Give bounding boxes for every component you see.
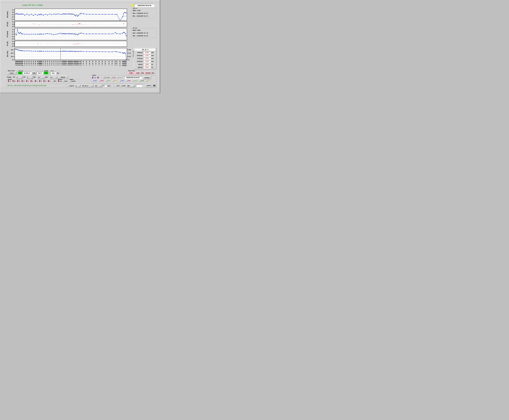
dx-orbit-chart[interactable]: 420-2-4DX [mm] — [6, 9, 134, 21]
checkbox-bt[interactable]: BT — [52, 80, 56, 82]
sx-steering-chart[interactable]: 50-5SX [A] — [6, 21, 134, 27]
svg-text:0.2: 0.2 — [129, 56, 131, 57]
svg-text:2: 2 — [12, 31, 13, 33]
checkbox-gold[interactable]: Gold — [111, 77, 116, 79]
checkbox-visible[interactable]: visible — [69, 80, 76, 82]
checkbox-a[interactable]: A — [8, 80, 11, 82]
range-dy-dropdown[interactable]: 5 — [26, 76, 33, 79]
checkbox-5[interactable]: 5 — [44, 80, 46, 82]
checkbox-p-h[interactable]: P.H — [115, 85, 119, 87]
bottom-status-strip — [1, 88, 159, 92]
threshold-input[interactable] — [103, 85, 107, 87]
ee-ratio-group: e-:e- 105.2 [%] — [50, 71, 60, 75]
svg-text:0.4: 0.4 — [129, 52, 131, 54]
checkbox-label: chg th — [70, 85, 74, 87]
checkbox-label: 4 — [41, 80, 42, 82]
checkbox-label: ARE — [114, 80, 117, 82]
checkbox-indicator — [121, 85, 122, 87]
checkbox-label: 1 — [28, 80, 29, 82]
chg-th-value: A — [76, 85, 76, 87]
dy-orbit-chart[interactable]: 420-2-4DY [mm] — [6, 28, 134, 40]
svg-text:-4: -4 — [12, 18, 13, 20]
checkbox-cur-ref[interactable]: Cur-Ref — [103, 77, 110, 79]
bunch-select-dropdown[interactable]: 1st — [94, 84, 102, 87]
x-axis-label: SP_B5_4 — [33, 61, 34, 66]
svg-text:0.6: 0.6 — [11, 49, 13, 51]
dy-svg: 420-2-4DY [mm] — [6, 28, 134, 40]
main-window: Linac PF-A1 e- Orbit 2025/10/03 09:04:38… — [0, 0, 160, 93]
dy-stats-title: DY 1st — [132, 27, 137, 29]
checkbox-cur[interactable]: Cur — [92, 77, 96, 79]
fc15-stb-button[interactable]: STB — [31, 72, 36, 75]
ref-timestamp: 2025/10/03 05:34:02 — [124, 76, 142, 79]
dx-svg: 420-2-4DX [mm] — [6, 9, 134, 21]
checkbox-ref[interactable]: Ref — [98, 77, 102, 79]
charge-chart[interactable]: 0.60.60.40.40.20.200Qe- [nC]Qe+ [nC] — [6, 48, 134, 61]
points-dropdown[interactable]: 300 — [127, 84, 135, 87]
checkbox-zre[interactable]: ZRE — [146, 80, 151, 82]
range-dx-dropdown[interactable]: 5 — [16, 76, 23, 79]
ee-ratio-title: e-:e- — [51, 70, 54, 72]
sp-unit: nC — [151, 64, 153, 65]
chg-th-dropdown[interactable]: A — [75, 84, 81, 87]
checkbox-rfe[interactable]: RFE — [133, 80, 137, 82]
selected-monitor-name[interactable]: SP_27_4 — [134, 48, 156, 51]
checkbox-4[interactable]: 4 — [39, 80, 42, 82]
checkbox-are[interactable]: ARE — [113, 80, 117, 82]
checkbox-conti[interactable]: conti — [121, 85, 126, 87]
sp-label: DY(2nd): — [134, 61, 143, 62]
checkbox-1st[interactable]: 1st — [58, 80, 62, 82]
resize-button[interactable]: resize — [145, 84, 152, 87]
x-axis-label: SP_DC_2 — [80, 61, 82, 66]
checkbox-b[interactable]: B — [13, 80, 15, 82]
checkbox-label: C — [23, 80, 24, 82]
sp-unit: mm — [151, 52, 154, 53]
checkbox-chg-th[interactable]: chg th — [68, 85, 74, 87]
checkbox-3[interactable]: 3 — [35, 80, 38, 82]
checkbox-kbe[interactable]: KBE — [92, 80, 97, 82]
checkbox-c[interactable]: C — [22, 80, 24, 82]
beam-gate-close-button[interactable]: Close — [7, 72, 16, 75]
checkbox-pfe[interactable]: PFE — [106, 80, 110, 82]
svg-text:2: 2 — [12, 11, 13, 13]
dx-max: Max : 1.918@SP_61_F5 — [132, 12, 156, 15]
sp-value: 1.413 — [143, 54, 151, 57]
beam-gate-group: Beam Gate Close — [7, 71, 17, 75]
checkbox-ave10[interactable]: Ave10 — [117, 77, 123, 79]
range-qep-dropdown[interactable]: 0.7 — [50, 76, 58, 79]
checkbox-indicator — [92, 80, 93, 82]
sp-row-q1: Q(1st): 0.480 nC — [134, 63, 156, 66]
sp-label: Q(1st): — [134, 64, 143, 65]
checkbox-kbp[interactable]: KBP — [99, 80, 104, 82]
svg-text:Qe+ [nC]: Qe+ [nC] — [133, 51, 134, 57]
snapshot-button[interactable] — [152, 84, 156, 87]
range-qem-dropdown[interactable]: 0.7 — [38, 76, 46, 79]
checkbox-indicator — [44, 80, 45, 82]
x-axis-label: SP_C1_4 — [43, 61, 44, 66]
checkbox-jbp[interactable]: JBP — [126, 80, 130, 82]
checkbox-1[interactable]: 1 — [26, 80, 29, 82]
checkbox-2nd[interactable]: 2nd — [63, 80, 67, 82]
beam-rep-pct-unit: [%] — [152, 72, 154, 74]
svg-text:4: 4 — [12, 9, 13, 11]
sector-title: Sector — [8, 79, 12, 80]
set-ref-button[interactable]: Set Ref — [143, 76, 151, 79]
checkbox-indicator — [22, 80, 23, 82]
sy-steering-chart[interactable]: 50-5SY [A] — [6, 41, 134, 47]
fc15-on-button[interactable]: ON — [18, 72, 23, 75]
x-axis-label: SP_48_4 — [105, 61, 106, 65]
checkbox-label: 2 — [32, 80, 33, 82]
x-axis-label: SP_C6_4 — [53, 61, 54, 66]
blank-input[interactable] — [136, 85, 142, 87]
replot-button[interactable]: Replot — [58, 76, 68, 79]
checkbox-6[interactable]: 6 — [48, 80, 51, 82]
checkbox-r[interactable]: R — [17, 80, 20, 82]
monitor-select-dropdown[interactable]: SP_AT_0 — [82, 84, 94, 87]
checkbox-sfe[interactable]: SFE — [139, 80, 144, 82]
checkbox-2[interactable]: 2 — [30, 80, 33, 82]
x-axis-label: SP_32_4 — [83, 61, 84, 65]
checkbox-indicator — [52, 80, 53, 82]
busel-on-button[interactable]: ON — [44, 72, 48, 75]
checkbox-jbe[interactable]: JBE — [119, 80, 124, 82]
checkbox-indicator — [39, 80, 40, 82]
